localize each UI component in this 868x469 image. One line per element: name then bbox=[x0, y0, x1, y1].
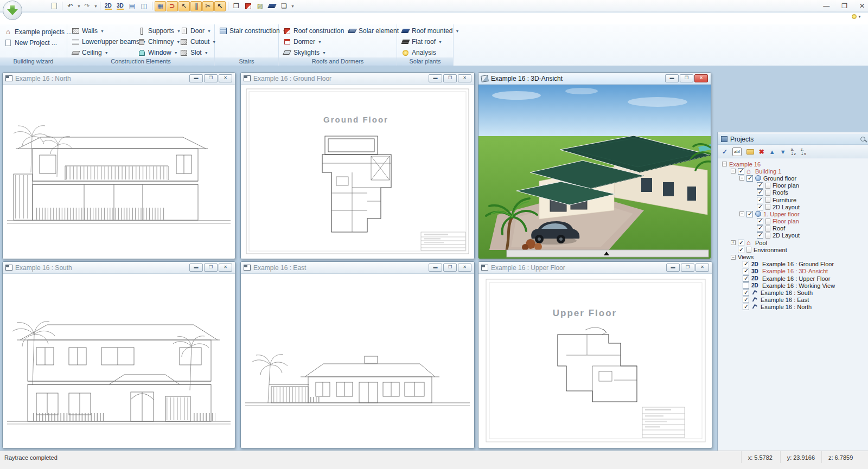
checkbox[interactable] bbox=[746, 175, 753, 182]
tree-item[interactable]: 2D Example 16 : Working View bbox=[720, 282, 868, 289]
collapse-icon[interactable]: − bbox=[731, 255, 736, 260]
expand-icon[interactable]: + bbox=[731, 240, 736, 245]
tree-item[interactable]: Example 16 : East bbox=[720, 297, 868, 304]
roof-tool-icon[interactable] bbox=[242, 1, 254, 11]
move-up-icon[interactable]: ▲ bbox=[769, 148, 775, 156]
tree-item[interactable]: Furniture bbox=[720, 196, 868, 203]
maximize-button[interactable]: ❐ bbox=[443, 74, 457, 82]
tree-item[interactable]: 2D Layout bbox=[720, 232, 868, 239]
sort-a-z-icon[interactable]: a.⇣z bbox=[791, 147, 796, 156]
walls-button[interactable]: Walls▼ bbox=[72, 27, 104, 35]
close-button[interactable]: ✕ bbox=[694, 74, 708, 82]
cursor-icon[interactable]: ↖ bbox=[214, 1, 226, 11]
undo-icon[interactable]: ↶ bbox=[65, 1, 76, 11]
skylights-button[interactable]: Skylights▼ bbox=[283, 49, 326, 56]
tree-item[interactable]: − 1. Upper floor bbox=[720, 210, 868, 217]
close-button[interactable]: ✕ bbox=[219, 74, 232, 82]
sort-z-n-icon[interactable]: z.⇣n bbox=[801, 147, 806, 156]
collapse-icon[interactable]: − bbox=[731, 169, 736, 174]
checkbox[interactable] bbox=[757, 197, 763, 203]
checkbox[interactable] bbox=[743, 275, 749, 282]
checkbox[interactable] bbox=[746, 211, 753, 217]
view-3d-icon[interactable]: 3D bbox=[114, 1, 126, 11]
stair-construction-button[interactable]: Stair construction▼ bbox=[219, 27, 286, 35]
tree-item[interactable]: Environment bbox=[720, 246, 868, 253]
ceiling-button[interactable]: Ceiling▼ bbox=[72, 49, 108, 56]
minimize-button[interactable]: ▬ bbox=[429, 264, 442, 272]
tree-item[interactable]: Example 16 : North bbox=[720, 304, 868, 311]
window-button[interactable]: Window▼ bbox=[138, 49, 178, 56]
maximize-button[interactable]: ❐ bbox=[680, 74, 693, 82]
checkbox[interactable] bbox=[757, 204, 763, 210]
close-button[interactable]: ✕ bbox=[458, 74, 471, 82]
split-vertical-icon[interactable]: ◫ bbox=[138, 1, 150, 11]
close-button[interactable]: ✕ bbox=[219, 264, 232, 272]
redo-icon[interactable]: ↷ bbox=[81, 1, 93, 11]
magnet-icon[interactable]: ⊃ bbox=[167, 1, 178, 11]
tree-item[interactable]: − ⌂ Building 1 bbox=[720, 168, 868, 175]
tree-item[interactable]: Roofs bbox=[720, 189, 868, 196]
cutout-button[interactable]: Cutout▼ bbox=[180, 38, 216, 46]
tree-item[interactable]: + ⌂ Pool bbox=[720, 239, 868, 246]
example-projects-button[interactable]: ⌂ Example projects ... bbox=[4, 28, 72, 36]
checkbox[interactable] bbox=[757, 218, 763, 224]
confirm-icon[interactable]: ✓ bbox=[722, 148, 727, 156]
measure-cut-icon[interactable]: ✂ bbox=[202, 1, 214, 11]
3d-view-canvas[interactable] bbox=[478, 85, 711, 259]
tree-item[interactable]: 2D Example 16 : Ground Floor bbox=[720, 261, 868, 268]
solar-panel-tool-icon[interactable] bbox=[266, 1, 278, 11]
redo-dropdown-icon[interactable]: ▼ bbox=[94, 4, 98, 8]
minimize-button[interactable]: ▬ bbox=[665, 74, 679, 82]
lower-upper-beams-button[interactable]: Lower/upper beams▼ bbox=[72, 38, 146, 46]
tips-icon[interactable]: ▼ bbox=[852, 14, 861, 19]
window-upper-floor-titlebar[interactable]: Example 16 : Upper Floor ▬❐✕ bbox=[478, 262, 712, 274]
south-elevation-canvas[interactable] bbox=[3, 274, 235, 448]
copy-dropdown-icon[interactable]: ▼ bbox=[291, 4, 295, 8]
ground-floor-plan-canvas[interactable]: Ground Floor bbox=[241, 85, 474, 259]
move-down-icon[interactable]: ▼ bbox=[780, 148, 786, 156]
roof-dotted-tool-icon[interactable]: ▨ bbox=[254, 1, 266, 11]
collapse-icon[interactable]: − bbox=[722, 162, 727, 166]
window-ground-floor-titlebar[interactable]: Example 16 : Ground Floor ▬❐✕ bbox=[241, 73, 474, 85]
view-2d-icon[interactable]: 2D bbox=[103, 1, 114, 11]
checkbox[interactable] bbox=[757, 189, 763, 196]
window-north-titlebar[interactable]: Example 16 : North ▬❐✕ bbox=[3, 73, 235, 85]
restore-button[interactable]: ❐ bbox=[841, 2, 847, 10]
checkbox[interactable] bbox=[743, 304, 749, 310]
maximize-button[interactable]: ❐ bbox=[443, 264, 457, 272]
slot-button[interactable]: Slot▼ bbox=[180, 49, 208, 56]
checkbox[interactable] bbox=[738, 240, 744, 246]
app-menu-button[interactable] bbox=[3, 1, 22, 20]
tree-item[interactable]: − Ground floor bbox=[720, 175, 868, 182]
checkbox[interactable] bbox=[743, 290, 749, 296]
maximize-button[interactable]: ❐ bbox=[681, 264, 694, 272]
maximize-button[interactable]: ❐ bbox=[204, 264, 218, 272]
new-document-icon[interactable] bbox=[48, 1, 60, 11]
roof-construction-button[interactable]: Roof construction▼ bbox=[283, 27, 350, 35]
checkbox[interactable] bbox=[743, 297, 749, 303]
maximize-button[interactable]: ❐ bbox=[204, 74, 218, 82]
upper-floor-plan-canvas[interactable]: Upper Floor bbox=[478, 274, 712, 448]
flat-roof-button[interactable]: Flat roof▼ bbox=[401, 38, 442, 46]
select-elements-icon[interactable]: ↖ bbox=[178, 1, 190, 11]
edit-folder-icon[interactable] bbox=[746, 149, 754, 155]
new-project-button[interactable]: New Project ... bbox=[4, 39, 57, 47]
copy-icon[interactable]: ❏ bbox=[278, 1, 290, 11]
minimize-button[interactable]: ▬ bbox=[189, 74, 203, 82]
minimize-button[interactable]: ▬ bbox=[666, 264, 680, 272]
checkbox[interactable] bbox=[743, 261, 749, 267]
projects-panel-titlebar[interactable]: Projects bbox=[718, 134, 868, 145]
delete-icon[interactable]: ✖ bbox=[759, 148, 764, 156]
rename-icon[interactable]: abl bbox=[732, 147, 742, 156]
window-south-titlebar[interactable]: Example 16 : South ▬❐✕ bbox=[3, 262, 235, 274]
chimney-button[interactable]: Chimney▼ bbox=[138, 38, 180, 46]
tree-item[interactable]: Example 16 : South bbox=[720, 289, 868, 296]
analysis-button[interactable]: Analysis bbox=[401, 49, 436, 56]
tree-item[interactable]: Floor plan bbox=[720, 182, 868, 189]
transform-window-icon[interactable]: ❐ bbox=[231, 1, 242, 11]
window-3d-titlebar[interactable]: Example 16 : 3D-Ansicht ▬❐✕ bbox=[478, 73, 711, 85]
tree-item[interactable]: 3D Example 16 : 3D-Ansicht bbox=[720, 268, 868, 275]
checkbox[interactable] bbox=[743, 268, 749, 274]
layer-lines-icon[interactable]: ||| bbox=[190, 1, 202, 11]
pin-icon[interactable] bbox=[860, 137, 865, 142]
